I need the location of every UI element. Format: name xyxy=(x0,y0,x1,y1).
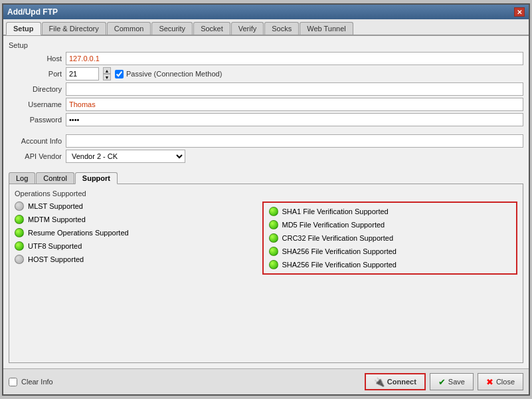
password-label: Password xyxy=(9,116,62,124)
tab-verify[interactable]: Verify xyxy=(231,22,264,35)
port-spinner: ▲ ▼ xyxy=(103,67,111,80)
directory-label: Directory xyxy=(9,85,62,93)
username-input[interactable] xyxy=(66,98,523,111)
ops-right-col: SHA1 File Verification Supported MD5 Fil… xyxy=(262,201,518,275)
connect-icon: 🔌 xyxy=(374,377,385,387)
list-item: Resume Operations Supported xyxy=(15,228,257,237)
password-row: Password xyxy=(9,113,523,126)
passive-checkbox-label: Passive (Connection Method) xyxy=(115,70,222,78)
sha1-label: SHA1 File Verification Supported xyxy=(282,207,389,215)
account-label: Account Info xyxy=(9,137,62,145)
clear-info-checkbox[interactable] xyxy=(9,378,17,386)
save-label: Save xyxy=(448,378,465,386)
sub-tab-log[interactable]: Log xyxy=(9,172,35,184)
status-dot-sha256-2 xyxy=(269,260,278,269)
status-dot-crc32 xyxy=(269,233,278,243)
password-input[interactable] xyxy=(66,113,523,126)
account-input[interactable] xyxy=(66,134,523,148)
main-window: Add/Upd FTP ✕ Setup File & Directory Com… xyxy=(2,3,530,396)
sha256-2-label: SHA256 File Verification Supported xyxy=(282,261,397,269)
port-row: Port ▲ ▼ Passive (Connection Method) xyxy=(9,67,523,80)
setup-form: Host Port ▲ ▼ Passive (Connection Method… xyxy=(9,52,523,126)
list-item: HOST Supported xyxy=(15,255,257,264)
directory-row: Directory xyxy=(9,82,523,96)
title-bar: Add/Upd FTP ✕ xyxy=(3,5,529,19)
main-tabs-bar: Setup File & Directory Common Security S… xyxy=(3,19,529,36)
status-dot-md5 xyxy=(269,220,278,229)
save-button[interactable]: ✔ Save xyxy=(430,373,474,390)
passive-checkbox[interactable] xyxy=(115,70,124,78)
api-vendor-row: API Vendor Vendor 2 - CK xyxy=(9,150,523,163)
crc32-label: CRC32 File Verification Supported xyxy=(282,234,394,242)
title-bar-buttons: ✕ xyxy=(514,7,525,17)
window-title: Add/Upd FTP xyxy=(7,7,58,17)
footer-buttons: 🔌 Connect ✔ Save ✖ Close xyxy=(365,373,523,390)
list-item: SHA256 File Verification Supported xyxy=(269,247,511,256)
list-item: CRC32 File Verification Supported xyxy=(269,233,511,243)
utf8-label: UTF8 Supported xyxy=(28,242,82,250)
port-label: Port xyxy=(9,70,62,78)
list-item: SHA256 File Verification Supported xyxy=(269,260,511,269)
status-dot-sha1 xyxy=(269,207,278,216)
list-item: MDTM Supported xyxy=(15,215,257,224)
sub-tab-support[interactable]: Support xyxy=(75,172,118,184)
close-window-button[interactable]: ✕ xyxy=(514,7,525,17)
ops-grid: MLST Supported MDTM Supported Resume Ope… xyxy=(15,201,517,275)
list-item: SHA1 File Verification Supported xyxy=(269,207,511,216)
sub-tab-control[interactable]: Control xyxy=(36,172,74,184)
list-item: MLST Supported xyxy=(15,201,257,211)
port-controls: ▲ ▼ Passive (Connection Method) xyxy=(66,67,222,80)
connect-label: Connect xyxy=(387,378,416,386)
tab-setup[interactable]: Setup xyxy=(6,22,41,35)
close-icon: ✖ xyxy=(486,377,493,387)
list-item: UTF8 Supported xyxy=(15,241,257,251)
footer-left: Clear Info xyxy=(9,378,53,386)
port-up-button[interactable]: ▲ xyxy=(103,67,111,74)
tab-socket[interactable]: Socket xyxy=(193,22,230,35)
tab-security[interactable]: Security xyxy=(151,22,193,35)
status-dot-mdtm xyxy=(15,215,24,224)
sha256-1-label: SHA256 File Verification Supported xyxy=(282,247,397,255)
connect-button[interactable]: 🔌 Connect xyxy=(365,373,426,390)
clear-info-label: Clear Info xyxy=(21,378,53,386)
api-label: API Vendor xyxy=(9,152,62,160)
passive-label: Passive (Connection Method) xyxy=(126,70,222,78)
ops-section-label: Operations Supported xyxy=(15,190,517,198)
host-row: Host xyxy=(9,52,523,65)
content-area: Setup Host Port ▲ ▼ Passive (Con xyxy=(3,36,529,368)
status-dot-sha256-1 xyxy=(269,247,278,256)
host-label: Host xyxy=(9,55,62,63)
tab-common[interactable]: Common xyxy=(107,22,151,35)
sub-content-support: Operations Supported MLST Supported MDTM… xyxy=(9,184,523,363)
mlst-label: MLST Supported xyxy=(28,202,83,210)
save-icon: ✔ xyxy=(438,377,446,387)
status-dot-utf8 xyxy=(15,241,24,251)
tab-socks[interactable]: Socks xyxy=(264,22,299,35)
port-down-button[interactable]: ▼ xyxy=(103,74,111,80)
sub-tabs-bar: Log Control Support xyxy=(9,171,523,184)
status-dot-host xyxy=(15,255,24,264)
api-vendor-select[interactable]: Vendor 2 - CK xyxy=(66,150,185,163)
status-dot-mlst xyxy=(15,201,24,211)
status-dot-resume xyxy=(15,228,24,237)
port-input[interactable] xyxy=(66,67,99,80)
tab-file-directory[interactable]: File & Directory xyxy=(42,22,106,35)
account-row: Account Info xyxy=(9,134,523,148)
username-label: Username xyxy=(9,100,62,108)
directory-input[interactable] xyxy=(66,82,523,96)
setup-section-label: Setup xyxy=(9,41,523,49)
host-input[interactable] xyxy=(66,52,523,65)
tab-web-tunnel[interactable]: Web Tunnel xyxy=(300,22,353,35)
resume-label: Resume Operations Supported xyxy=(28,229,129,237)
mdtm-label: MDTM Supported xyxy=(28,215,86,223)
list-item: MD5 File Verification Supported xyxy=(269,220,511,229)
host-label-op: HOST Supported xyxy=(28,255,84,263)
close-button[interactable]: ✖ Close xyxy=(478,373,523,390)
extra-form: Account Info API Vendor Vendor 2 - CK xyxy=(9,134,523,163)
close-label: Close xyxy=(496,378,515,386)
md5-label: MD5 File Verification Supported xyxy=(282,221,385,229)
ops-left-col: MLST Supported MDTM Supported Resume Ope… xyxy=(15,201,257,275)
footer: Clear Info 🔌 Connect ✔ Save ✖ Close xyxy=(3,368,529,394)
username-row: Username xyxy=(9,98,523,111)
